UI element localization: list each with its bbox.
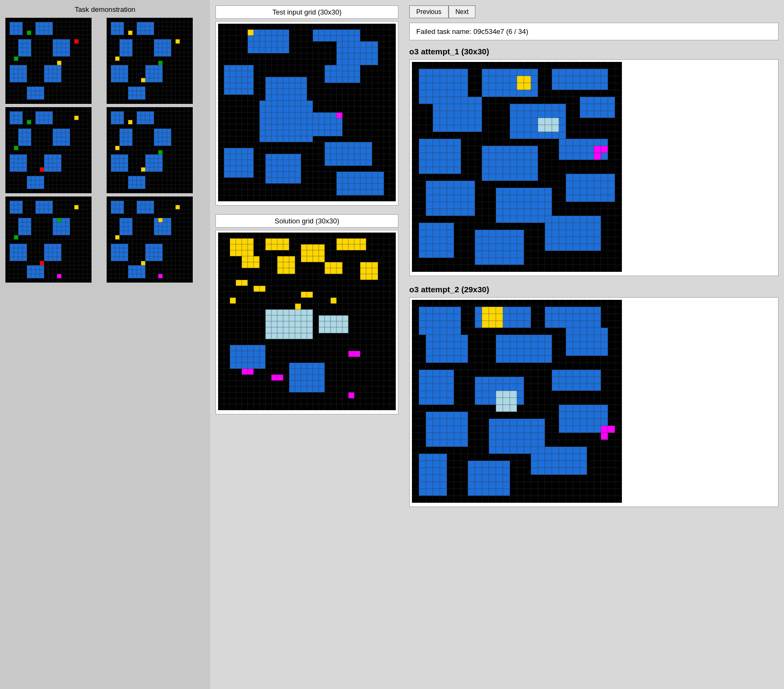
demo-grid-5 (5, 196, 92, 283)
prev-button[interactable]: Previous (409, 5, 449, 18)
task-info: Failed task name: 09c534e7 (6 / 34) (409, 23, 779, 40)
attempt2-grid (412, 300, 622, 503)
left-panel: Task demonstration (0, 0, 210, 689)
middle-panel: Test input grid (30x30) Solution grid (3… (210, 0, 404, 689)
attempt1-grid (412, 62, 622, 272)
task-info-text: Failed task name: 09c534e7 (6 / 34) (416, 27, 528, 36)
solution-wrapper (215, 230, 398, 414)
next-button[interactable]: Next (449, 5, 476, 18)
demo-grid-3 (5, 107, 92, 193)
demo-grid-container (5, 18, 205, 283)
test-input-wrapper (215, 21, 398, 206)
attempt1-title: o3 attempt_1 (30x30) (409, 47, 779, 56)
demo-grid-4 (107, 107, 193, 193)
solution-title: Solution grid (30x30) (215, 214, 398, 228)
attempt2-wrapper (409, 297, 779, 507)
demo-grid-1 (5, 18, 92, 104)
attempt1-wrapper (409, 59, 779, 276)
solution-grid (218, 233, 396, 410)
test-input-title: Test input grid (30x30) (215, 5, 398, 19)
attempt2-title: o3 attempt_2 (29x30) (409, 285, 779, 294)
nav-buttons: Previous Next (409, 5, 779, 18)
demo-title: Task demonstration (5, 5, 205, 13)
demo-grid-2 (107, 18, 193, 104)
test-input-grid (218, 24, 396, 201)
demo-grid-6 (107, 196, 193, 283)
right-panel: Previous Next Failed task name: 09c534e7… (404, 0, 784, 689)
